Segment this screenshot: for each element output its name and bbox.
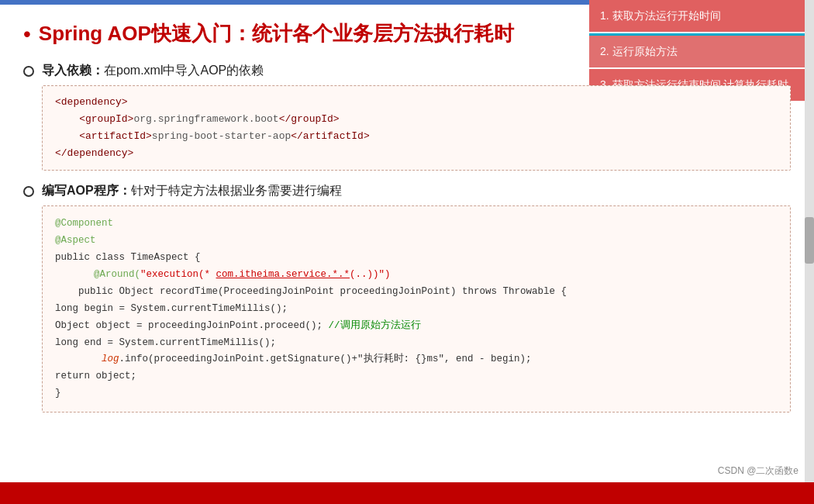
- aop-line3: public class TimeAspect {: [55, 250, 778, 267]
- bottom-bar: [0, 482, 814, 504]
- aop-end: long end = System.currentTimeMillis();: [55, 337, 276, 348]
- aop-line7: Object object = proceedingJoinPoint.proc…: [55, 318, 778, 335]
- aop-around-str-post: (..))"): [350, 269, 391, 280]
- aop-line8: long end = System.currentTimeMillis();: [55, 335, 778, 352]
- section2-bullet: [23, 186, 34, 197]
- aop-line9: log.info(proceedingJoinPoint.getSignatur…: [55, 351, 778, 368]
- content-area: • Spring AOP快速入门：统计各个业务层方法执行耗时 导入依赖：在pom…: [0, 5, 814, 433]
- dep-line3: <artifactId>spring-boot-starter-aop</art…: [55, 128, 778, 145]
- dep-artifactid-close: </artifactId>: [291, 130, 369, 142]
- aop-line11: }: [55, 385, 778, 402]
- csdn-watermark: CSDN @二次函数e: [718, 464, 798, 478]
- aop-log-indent: [55, 354, 102, 364]
- aop-return: return object;: [55, 371, 136, 381]
- section1-header: 导入依赖：在pom.xml中导入AOP的依赖: [23, 63, 791, 79]
- aop-log-rest: .info(proceedingJoinPoint.getSignature()…: [119, 354, 532, 364]
- dep-line4: </dependency>: [55, 145, 778, 162]
- aop-annotation1: @Component: [55, 218, 113, 229]
- aop-around-str-mid: com.itheima.service.*.*: [216, 269, 350, 280]
- aop-line1: @Component: [55, 216, 778, 233]
- main-container: 1. 获取方法运行开始时间 2. 运行原始方法 3. 获取方法运行结束时间,计算…: [0, 0, 814, 504]
- aop-log-keyword: log: [102, 354, 119, 364]
- section1-title: 导入依赖：在pom.xml中导入AOP的依赖: [42, 63, 264, 79]
- section2-title-suffix: 针对于特定方法根据业务需要进行编程: [131, 184, 342, 197]
- aop-line2: @Aspect: [55, 233, 778, 250]
- section1-title-suffix: 在pom.xml中导入AOP的依赖: [104, 64, 264, 77]
- aop-object-comment: //调用原始方法运行: [329, 320, 421, 331]
- aop-class-decl: public class TimeAspect {: [55, 252, 201, 263]
- dep-line1: <dependency>: [55, 94, 778, 111]
- section2-title: 编写AOP程序：针对于特定方法根据业务需要进行编程: [42, 183, 342, 199]
- section1-bullet: [23, 66, 34, 77]
- dep-tag1: <dependency>: [55, 96, 128, 108]
- title-bullet: •: [23, 23, 31, 45]
- dep-groupid-close: </groupId>: [279, 113, 340, 125]
- aop-code-block: @Component @Aspect public class TimeAspe…: [42, 205, 791, 413]
- dep-artifactid-val: spring-boot-starter-aop: [152, 130, 291, 142]
- dep-groupid-open: <groupId>: [55, 113, 133, 125]
- dep-groupid-val: org.springframework.boot: [133, 113, 278, 125]
- section-dependency: 导入依赖：在pom.xml中导入AOP的依赖 <dependency> <gro…: [23, 63, 791, 171]
- watermark-text: CSDN @二次函数e: [718, 465, 798, 476]
- aop-line5: public Object recordTime(ProceedingJoinP…: [55, 284, 778, 301]
- dependency-code-block: <dependency> <groupId>org.springframewor…: [42, 85, 791, 171]
- section-aop: 编写AOP程序：针对于特定方法根据业务需要进行编程 @Component @As…: [23, 183, 791, 413]
- aop-line6: long begin = System.currentTimeMillis();: [55, 301, 778, 318]
- aop-line4: @Around("execution(* com.itheima.service…: [55, 267, 778, 284]
- title-text: Spring AOP快速入门：统计各个业务层方法执行耗时: [39, 20, 514, 47]
- section2-title-prefix: 编写AOP程序：: [42, 184, 131, 197]
- section2-header: 编写AOP程序：针对于特定方法根据业务需要进行编程: [23, 183, 791, 199]
- aop-line10: return object;: [55, 368, 778, 385]
- section1-title-prefix: 导入依赖：: [42, 64, 104, 77]
- title-row: • Spring AOP快速入门：统计各个业务层方法执行耗时: [23, 20, 791, 47]
- dep-artifactid-open: <artifactId>: [55, 130, 152, 142]
- aop-method-decl: public Object recordTime(ProceedingJoinP…: [55, 286, 567, 297]
- aop-close-method: }: [55, 388, 61, 399]
- dep-tag4: </dependency>: [55, 147, 133, 159]
- aop-around-str-pre: "execution(*: [140, 269, 216, 280]
- dep-line2: <groupId>org.springframework.boot</group…: [55, 111, 778, 128]
- aop-annotation2: @Aspect: [55, 235, 96, 246]
- aop-object-pre: Object object = proceedingJoinPoint.proc…: [55, 320, 329, 331]
- aop-begin: long begin = System.currentTimeMillis();: [55, 303, 288, 314]
- aop-around-pre: @Around(: [71, 269, 140, 280]
